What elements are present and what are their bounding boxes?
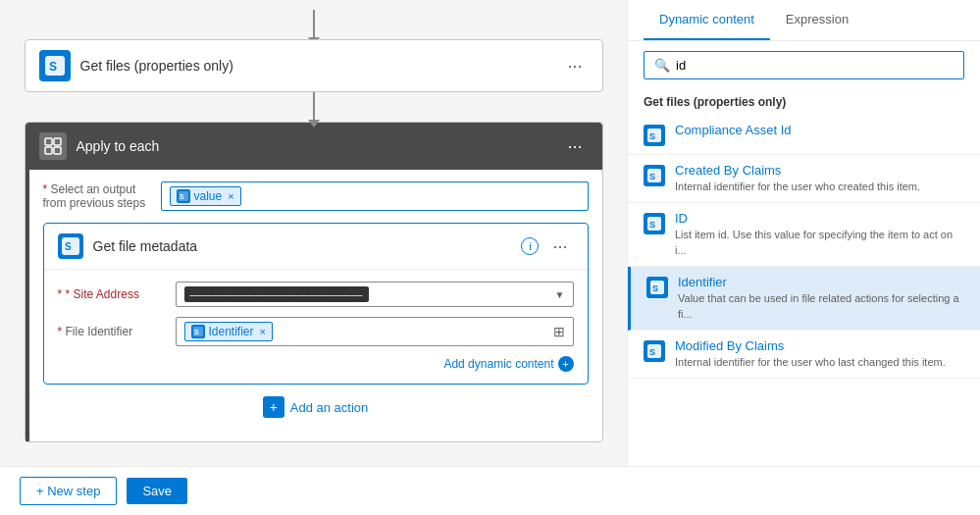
discard-icon[interactable]: ✕	[626, 375, 628, 400]
panel-item-text-modified-by-claims: Modified By ClaimsInternal identifier fo…	[675, 338, 964, 370]
panel-item-icon-id: S	[644, 213, 665, 234]
panel-item-id[interactable]: SIDList item id. Use this value for spec…	[628, 203, 980, 267]
inner-sharepoint-icon: S	[58, 233, 83, 259]
svg-text:S: S	[649, 347, 655, 357]
svg-text:S: S	[65, 241, 72, 252]
connector-arrow-top	[313, 10, 315, 39]
inner-step-header: S Get file metadata i ···	[44, 224, 588, 270]
svg-rect-2	[45, 138, 52, 145]
panel-section-title: Get files (properties only)	[628, 89, 980, 115]
inner-step-body: * * Site Address ———————————————— ▼ * Fi…	[44, 270, 588, 384]
apply-header-left: Apply to each	[39, 132, 160, 160]
bottom-bar: + New step Save	[0, 466, 980, 515]
value-token-icon: S	[177, 189, 190, 203]
info-button[interactable]: i	[521, 237, 539, 255]
step-get-files-title: Get files (properties only)	[80, 58, 233, 74]
svg-rect-4	[45, 147, 52, 154]
panel-item-name-identifier: Identifier	[678, 275, 964, 289]
panel-item-text-created-by-claims: Created By ClaimsInternal identifier for…	[675, 163, 964, 194]
svg-rect-5	[54, 147, 61, 154]
panel-item-text-identifier: IdentifierValue that can be used in file…	[678, 275, 964, 322]
panel-item-text-id: IDList item id. Use this value for speci…	[675, 211, 964, 258]
value-token: S value ×	[170, 186, 241, 206]
save-button[interactable]: Save	[127, 478, 187, 504]
svg-text:S: S	[649, 131, 655, 141]
site-address-value: ————————————————	[184, 286, 369, 302]
panel-item-icon-created-by-claims: S	[644, 165, 665, 186]
panel-item-compliance-asset-id[interactable]: SCompliance Asset Id	[628, 115, 980, 155]
inner-step-more[interactable]: ···	[546, 234, 573, 259]
search-box: 🔍	[644, 51, 964, 79]
panel-item-name-created-by-claims: Created By Claims	[675, 163, 964, 178]
site-address-row: * * Site Address ———————————————— ▼	[58, 282, 574, 307]
connector-arrow-middle	[313, 92, 315, 122]
panel-item-desc-identifier: Value that can be used in file related a…	[678, 291, 964, 322]
panel-item-identifier[interactable]: SIdentifierValue that can be used in fil…	[628, 267, 980, 331]
expand-icon[interactable]: ⊞	[553, 324, 565, 339]
svg-text:S: S	[649, 220, 655, 230]
token-input-value[interactable]: S value ×	[161, 181, 589, 211]
sharepoint-icon: S	[39, 50, 71, 81]
file-identifier-row: * File Identifier S	[58, 317, 574, 346]
panel-search-area: 🔍	[628, 41, 980, 89]
svg-text:S: S	[49, 60, 57, 74]
svg-text:S: S	[652, 283, 658, 293]
panel-item-desc-created-by-claims: Internal identifier for the user who cre…	[675, 180, 964, 194]
svg-text:S: S	[180, 193, 184, 200]
apply-icon	[39, 132, 67, 160]
panel-item-name-id: ID	[675, 211, 964, 226]
svg-text:S: S	[194, 329, 199, 335]
dynamic-content-panel: Dynamic content Expression 🔍 Get files (…	[627, 0, 980, 466]
inner-step-header-left: S Get file metadata	[58, 233, 198, 259]
svg-rect-3	[54, 138, 61, 145]
select-output-row: * Select an outputfrom previous steps S …	[43, 181, 589, 211]
identifier-row-actions: ⊞	[553, 324, 565, 339]
panel-item-created-by-claims[interactable]: SCreated By ClaimsInternal identifier fo…	[628, 155, 980, 203]
select-output-label: * Select an outputfrom previous steps	[43, 182, 151, 210]
inner-step-title: Get file metadata	[93, 238, 198, 254]
apply-more[interactable]: ···	[561, 134, 588, 159]
add-action-label: Add an action	[290, 400, 369, 415]
add-action-button[interactable]: + Add an action	[263, 396, 369, 418]
inner-step-card: S Get file metadata i ···	[43, 223, 589, 385]
add-dynamic-label: Add dynamic content	[443, 357, 553, 371]
save-label: Save	[142, 484, 172, 498]
file-identifier-label: * File Identifier	[58, 325, 166, 338]
panel-item-desc-id: List item id. Use this value for specify…	[675, 228, 964, 258]
chevron-down-icon: ▼	[555, 289, 565, 300]
panel-item-name-compliance-asset-id: Compliance Asset Id	[675, 123, 964, 137]
panel-item-desc-modified-by-claims: Internal identifier for the user who las…	[675, 355, 964, 370]
panel-item-modified-by-claims[interactable]: SModified By ClaimsInternal identifier f…	[628, 331, 980, 379]
apply-header: Apply to each ···	[26, 123, 602, 170]
panel-item-icon-identifier: S	[646, 277, 668, 298]
tab-dynamic-content[interactable]: Dynamic content	[644, 0, 770, 40]
search-input[interactable]	[676, 58, 954, 73]
add-action-icon: +	[263, 396, 284, 418]
tab-expression[interactable]: Expression	[770, 0, 864, 40]
step-get-files-more[interactable]: ···	[561, 54, 588, 78]
new-step-button[interactable]: + New step	[20, 477, 117, 505]
add-action-row: + Add an action ✕ ✓	[43, 385, 589, 430]
panel-items-list: SCompliance Asset IdSCreated By ClaimsIn…	[628, 115, 980, 466]
identifier-token: S Identifier ×	[184, 322, 273, 341]
identifier-token-close[interactable]: ×	[260, 326, 266, 337]
file-identifier-input[interactable]: S Identifier × ⊞	[176, 317, 574, 346]
apply-to-each-container: Apply to each ··· * Select an outputfrom…	[25, 122, 603, 442]
panel-item-icon-modified-by-claims: S	[644, 340, 665, 362]
step-get-files: S Get files (properties only) ···	[25, 39, 603, 92]
value-token-close[interactable]: ×	[228, 190, 233, 202]
panel-tabs: Dynamic content Expression	[628, 0, 980, 41]
value-token-text: value	[194, 189, 223, 203]
panel-item-name-modified-by-claims: Modified By Claims	[675, 338, 964, 353]
flow-action-icons: ✕ ✓	[626, 375, 628, 434]
panel-item-text-compliance-asset-id: Compliance Asset Id	[675, 123, 964, 137]
identifier-token-icon: S	[191, 325, 205, 338]
inner-step-actions: i ···	[521, 234, 573, 259]
panel-item-icon-compliance-asset-id: S	[644, 125, 665, 146]
confirm-icon[interactable]: ✓	[626, 408, 628, 434]
site-address-label: * * Site Address	[58, 287, 166, 301]
site-address-dropdown[interactable]: ———————————————— ▼	[176, 282, 574, 307]
add-dynamic-row[interactable]: Add dynamic content +	[58, 356, 574, 372]
new-step-label: + New step	[36, 484, 100, 498]
apply-body: * Select an outputfrom previous steps S …	[26, 170, 602, 441]
